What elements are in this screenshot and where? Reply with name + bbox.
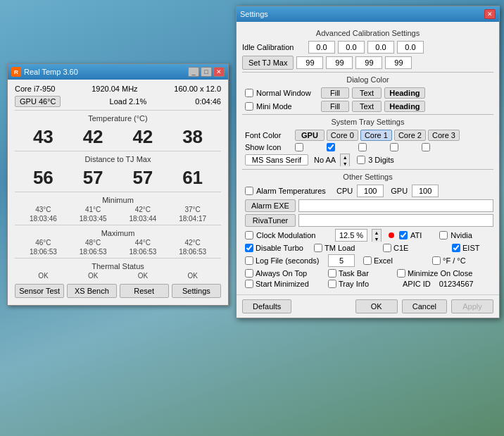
advanced-calib-title: Advanced Calibration Settings: [242, 29, 493, 37]
task-bar-item: Task Bar: [328, 269, 391, 278]
settings-close-button[interactable]: ✕: [484, 9, 496, 19]
turbo-row: Disable Turbo TM Load C1E EIST: [242, 244, 493, 252]
set-tj-button[interactable]: Set TJ Max: [242, 56, 294, 70]
ati-checkbox[interactable]: [399, 231, 408, 239]
aa-down-button[interactable]: ▼: [341, 161, 349, 167]
min-on-close-item: Minimize On Close: [397, 269, 474, 278]
excel-item: Excel: [363, 256, 427, 265]
idle-val-1[interactable]: [338, 41, 365, 54]
idle-calib-label: Idle Calibration: [242, 43, 305, 51]
tj-val-2[interactable]: [355, 56, 382, 69]
sensor-test-button[interactable]: Sensor Test: [15, 284, 64, 298]
cancel-button[interactable]: Cancel: [402, 299, 447, 313]
min-time-3: 18:04:17: [168, 215, 218, 223]
c1e-checkbox[interactable]: [383, 244, 391, 252]
apic-id-value: 01234567: [439, 280, 474, 288]
nvidia-checkbox[interactable]: [439, 231, 448, 239]
normal-text-button[interactable]: Text: [352, 87, 382, 99]
defaults-button[interactable]: Defaults: [242, 299, 291, 313]
xs-bench-button[interactable]: XS Bench: [67, 284, 116, 298]
digits-checkbox[interactable]: [357, 156, 365, 164]
apply-button[interactable]: Apply: [451, 299, 493, 313]
minimize-button[interactable]: _: [188, 67, 199, 77]
always-top-item: Always On Top: [245, 269, 322, 278]
gpu-color-button[interactable]: GPU: [295, 130, 325, 141]
load-label: Load 2.1%: [110, 97, 147, 106]
clock-mod-checkbox[interactable]: [245, 231, 253, 239]
ok-button[interactable]: OK: [355, 299, 398, 313]
mini-fill-button[interactable]: Fill: [321, 101, 349, 112]
log-file-checkbox[interactable]: [245, 256, 253, 265]
systray-title: System Tray Settings: [242, 118, 493, 126]
clock-up-button[interactable]: ▲: [372, 230, 381, 236]
tj-val-0[interactable]: [296, 56, 323, 69]
normal-window-checkbox[interactable]: [245, 89, 253, 97]
clock-down-button[interactable]: ▼: [372, 236, 381, 242]
close-button[interactable]: ✕: [213, 67, 225, 77]
core2-button[interactable]: Core 2: [394, 130, 426, 141]
always-top-checkbox[interactable]: [245, 269, 253, 278]
normal-fill-button[interactable]: Fill: [321, 87, 349, 99]
core0-button[interactable]: Core 0: [327, 130, 358, 141]
show-icon-gpu[interactable]: [295, 143, 303, 151]
show-icon-core0[interactable]: [327, 143, 335, 151]
tj-val-3[interactable]: [385, 56, 412, 69]
log-seconds-input[interactable]: [328, 254, 355, 267]
excel-checkbox[interactable]: [363, 256, 372, 265]
reset-button[interactable]: Reset: [120, 284, 169, 298]
show-icon-core2[interactable]: [390, 143, 398, 151]
min-temp-0: 43°C: [18, 206, 68, 213]
normal-heading-button[interactable]: Heading: [384, 87, 424, 99]
settings-button[interactable]: Settings: [172, 284, 221, 298]
eist-item: EIST: [452, 244, 504, 252]
cpu-input[interactable]: [357, 185, 384, 197]
max-temp-1: 48°C: [68, 239, 118, 247]
task-bar-checkbox[interactable]: [328, 269, 336, 278]
gpu-alarm-input[interactable]: [412, 185, 439, 197]
tj-val-1[interactable]: [326, 56, 353, 69]
start-min-checkbox[interactable]: [245, 280, 253, 288]
max-temp-3: 42°C: [168, 239, 218, 247]
dialog-color-title: Dialog Color: [242, 75, 493, 84]
min-time-2: 18:03:44: [118, 215, 168, 223]
alarm-exe-button[interactable]: Alarm EXE: [245, 199, 296, 212]
rivaturner-button[interactable]: RivaTuner: [245, 214, 296, 227]
mini-mode-checkbox[interactable]: [245, 102, 253, 111]
min-on-close-checkbox[interactable]: [397, 269, 405, 278]
fahr-checkbox[interactable]: [432, 256, 441, 265]
rivaturner-input[interactable]: [298, 214, 493, 227]
min-temp-1: 41°C: [68, 206, 118, 213]
realtemp-titlebar: R Real Temp 3.60 _ □ ✕: [8, 64, 228, 80]
restore-button[interactable]: □: [201, 67, 212, 77]
alarm-exe-input[interactable]: [298, 199, 493, 212]
cpu-name: Core i7-950: [15, 85, 55, 93]
core3-button[interactable]: Core 3: [428, 130, 460, 141]
mini-text-button[interactable]: Text: [352, 101, 382, 112]
divider2: [15, 151, 221, 151]
show-icon-core1[interactable]: [358, 143, 367, 151]
idle-val-2[interactable]: [367, 41, 394, 54]
titlebar-left: R Real Temp 3.60: [11, 67, 78, 77]
idle-val-0[interactable]: [308, 41, 335, 54]
show-icon-core3[interactable]: [422, 143, 430, 151]
sep2: [242, 114, 493, 115]
eist-checkbox[interactable]: [452, 244, 460, 252]
core1-button[interactable]: Core 1: [360, 130, 392, 141]
font-name-button[interactable]: MS Sans Serif: [245, 154, 308, 166]
alarm-temps-checkbox[interactable]: [245, 187, 253, 195]
mini-heading-button[interactable]: Heading: [384, 101, 424, 112]
tm-load-checkbox[interactable]: [314, 244, 322, 252]
realtemp-window: R Real Temp 3.60 _ □ ✕ Core i7-950 1920.…: [7, 63, 229, 306]
min-header: Minimum: [11, 194, 225, 205]
gpu-info-row: GPU 46°C Load 2.1% 0:04:46: [11, 94, 225, 108]
font-row: MS Sans Serif No AA ▲ ▼ 3 Digits: [242, 154, 493, 166]
gpu-btn[interactable]: GPU 46°C: [15, 96, 61, 107]
aa-up-button[interactable]: ▲: [341, 154, 349, 161]
disable-turbo-checkbox[interactable]: [245, 244, 253, 252]
thermal-row: OK OK OK OK: [11, 271, 225, 280]
divider3: [15, 192, 221, 192]
temp-3: 38: [168, 126, 218, 148]
tray-info-checkbox[interactable]: [328, 280, 336, 288]
idle-val-3[interactable]: [397, 41, 424, 54]
clock-mod-input[interactable]: [335, 229, 367, 242]
